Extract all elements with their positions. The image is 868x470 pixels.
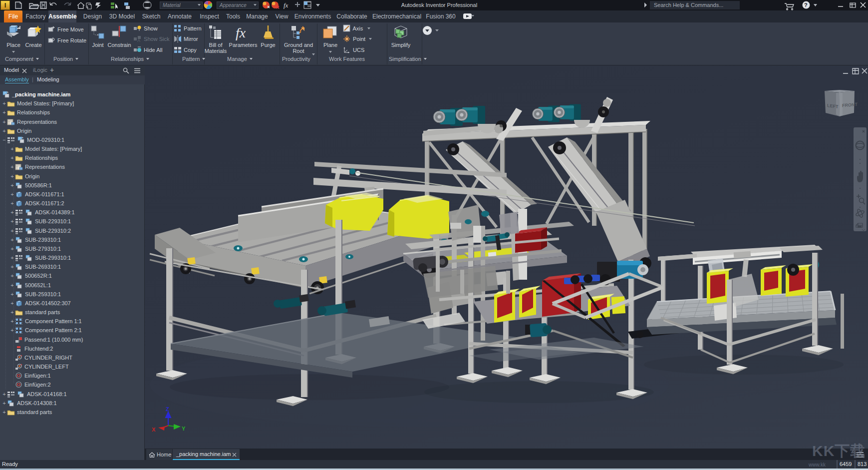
svg-text:?: ?	[804, 2, 808, 8]
svg-text:fx: fx	[236, 25, 246, 40]
svg-text:X: X	[152, 427, 156, 433]
svg-text:fx: fx	[284, 1, 289, 9]
svg-text:A: A	[137, 38, 140, 43]
svg-text:Z: Z	[166, 406, 169, 412]
svg-text:FRONT: FRONT	[842, 102, 858, 108]
svg-text:Y: Y	[182, 426, 186, 432]
